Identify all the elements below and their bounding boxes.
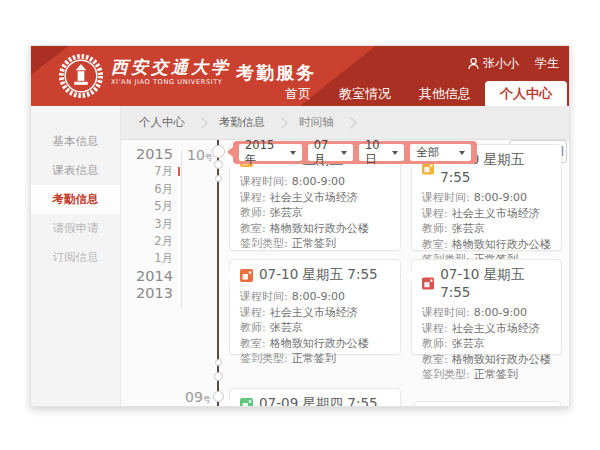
field-course: 课程:社会主义市场经济 <box>240 305 390 321</box>
calendar-icon <box>240 269 253 282</box>
timeline-node <box>214 160 223 169</box>
university-name-block: 西安交通大学 XI'AN JIAO TONG UNIVERSITY <box>111 57 231 87</box>
attendance-card[interactable]: 07-10 星期五 7:55 课程时间:8:00-9:00 课程:社会主义市场经… <box>411 259 562 355</box>
field-course-time: 课程时间:8:00-9:00 <box>422 305 551 321</box>
sidebar-item-attendance-info[interactable]: 考勤信息 <box>31 185 120 214</box>
scale-divider <box>181 150 182 308</box>
sidebar-item-subscription-info[interactable]: 订阅信息 <box>31 243 120 272</box>
page: 西安交通大学 XI'AN JIAO TONG UNIVERSITY 考勤服务 张… <box>0 0 600 450</box>
attendance-card[interactable]: 07-10 星期五 7:55 课程时间:8:00-9:00 课程:社会主义市场经… <box>229 259 401 355</box>
sidebar: 基本信息 课表信息 考勤信息 请假申请 订阅信息 <box>31 106 121 406</box>
app-window: 西安交通大学 XI'AN JIAO TONG UNIVERSITY 考勤服务 张… <box>30 45 570 407</box>
card-title: 07-10 星期五 7:55 <box>440 266 551 300</box>
breadcrumb: 个人中心 考勤信息 时间轴 <box>121 106 569 140</box>
caret-down-icon <box>341 151 347 155</box>
person-icon <box>468 58 479 70</box>
sidebar-item-leave-request[interactable]: 请假申请 <box>31 214 120 243</box>
field-checkin-type: 签到类型:正常签到 <box>422 367 551 383</box>
timeline-node <box>215 175 222 182</box>
field-course-time: 课程时间:8:00-9:00 <box>240 289 390 305</box>
field-course-time: 课程时间:8:00-9:00 <box>240 174 390 190</box>
scale-year-2014[interactable]: 2014 <box>121 268 173 285</box>
field-checkin-type: 签到类型:正常签到 <box>240 351 390 367</box>
day-select[interactable]: 10日 <box>359 144 404 161</box>
chevron-right-icon <box>345 117 356 128</box>
scale-year-2013[interactable]: 2013 <box>121 285 173 302</box>
timeline-node <box>213 391 224 402</box>
field-classroom: 教室:格物致知行政办公楼 <box>240 221 390 237</box>
scale-month-jan[interactable]: 1月 <box>121 250 173 267</box>
day-marker-10: 10号 <box>187 147 213 163</box>
main-nav: 首页 教室情况 其他信息 个人中心 <box>271 81 567 106</box>
sidebar-item-basic-info[interactable]: 基本信息 <box>31 127 120 156</box>
scale-month-mar[interactable]: 3月 <box>121 216 173 233</box>
field-classroom: 教室:格物致知行政办公楼 <box>422 237 551 253</box>
field-course: 课程:社会主义市场经济 <box>422 206 551 222</box>
chevron-right-icon <box>196 117 207 128</box>
user-chip[interactable]: 张小小 学生 <box>468 55 559 72</box>
card-title: 07-09 星期四 7:55 <box>259 395 378 406</box>
year-select[interactable]: 2015年 <box>239 144 302 161</box>
nav-item-classrooms[interactable]: 教室情况 <box>325 81 405 106</box>
day-marker-09: 09号 <box>185 389 211 405</box>
field-checkin-type: 签到类型:正常签到 <box>240 236 390 252</box>
field-teacher: 教师:张芸京 <box>422 336 551 352</box>
field-course: 课程:社会主义市场经济 <box>240 190 390 206</box>
field-classroom: 教室:格物致知行政办公楼 <box>422 352 551 368</box>
field-teacher: 教师:张芸京 <box>240 320 390 336</box>
nav-item-other-info[interactable]: 其他信息 <box>405 81 485 106</box>
scale-month-jun[interactable]: 6月 <box>121 181 173 198</box>
scale-year-2015[interactable]: 2015 <box>121 146 173 163</box>
user-name: 张小小 <box>483 55 519 72</box>
calendar-icon <box>422 277 434 290</box>
chevron-right-icon <box>276 117 287 128</box>
sidebar-item-schedule-info[interactable]: 课表信息 <box>31 156 120 185</box>
university-name-cn: 西安交通大学 <box>111 57 231 77</box>
scale-month-may[interactable]: 5月 <box>121 198 173 215</box>
attendance-card-partial <box>413 401 561 406</box>
timeline-scale: 2015 7月 6月 5月 3月 2月 1月 2014 2013 <box>121 146 173 303</box>
scope-select[interactable]: 全部 <box>410 144 471 161</box>
caret-down-icon <box>290 151 296 155</box>
app-header: 西安交通大学 XI'AN JIAO TONG UNIVERSITY 考勤服务 张… <box>31 46 569 106</box>
field-teacher: 教师:张芸京 <box>422 221 551 237</box>
calendar-icon <box>240 398 253 407</box>
university-seal-logo <box>58 53 104 99</box>
user-role: 学生 <box>535 55 559 72</box>
nav-item-personal-center[interactable]: 个人中心 <box>485 81 567 106</box>
breadcrumb-personal-center[interactable]: 个人中心 <box>137 115 187 130</box>
breadcrumb-timeline: 时间轴 <box>297 115 336 130</box>
timeline-node <box>214 372 223 381</box>
attendance-card[interactable]: 07-09 星期四 7:55 <box>229 388 401 406</box>
content-area: 基本信息 课表信息 考勤信息 请假申请 订阅信息 个人中心 考勤信息 时间轴 2… <box>31 106 569 406</box>
caret-down-icon <box>459 151 465 155</box>
breadcrumb-attendance-info[interactable]: 考勤信息 <box>217 115 267 130</box>
field-course-time: 课程时间:8:00-9:00 <box>422 190 551 206</box>
field-teacher: 教师:张芸京 <box>240 205 390 221</box>
nav-item-home[interactable]: 首页 <box>271 81 325 106</box>
month-select[interactable]: 07月 <box>308 144 353 161</box>
university-name-en: XI'AN JIAO TONG UNIVERSITY <box>111 77 231 87</box>
scale-month-feb[interactable]: 2月 <box>121 233 173 250</box>
filter-bar: 2015年 07月 10日 全部 <box>233 141 477 164</box>
card-title: 07-10 星期五 7:55 <box>259 266 378 284</box>
field-classroom: 教室:格物致知行政办公楼 <box>240 336 390 352</box>
current-month-marker <box>178 167 180 176</box>
caret-down-icon <box>392 151 398 155</box>
field-course: 课程:社会主义市场经济 <box>422 321 551 337</box>
timeline-panel: 2015 7月 6月 5月 3月 2月 1月 2014 2013 10号 09号 <box>121 140 569 406</box>
scale-month-jul[interactable]: 7月 <box>121 163 173 180</box>
timeline-node <box>215 359 222 366</box>
